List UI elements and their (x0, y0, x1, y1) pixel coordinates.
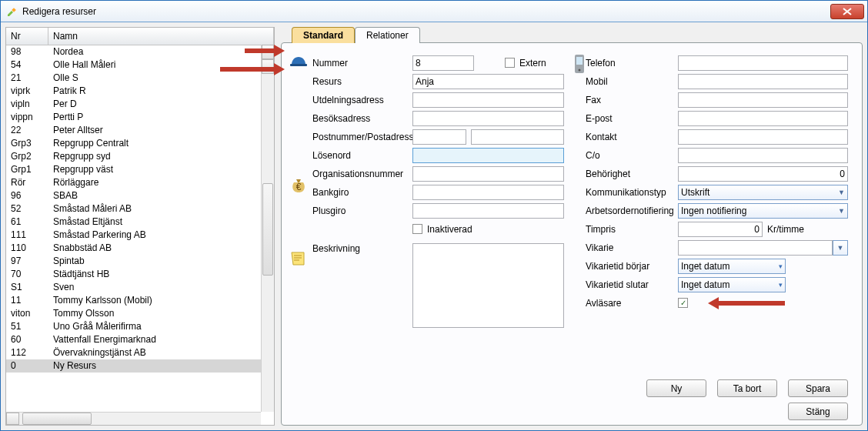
resource-list: Nr Namn 98Nordea54Olle Hall Måleri21Olle… (5, 27, 275, 426)
chevron-down-icon: ▼ (838, 189, 845, 196)
label-timpris-unit: Kr/timme (767, 224, 804, 235)
table-row[interactable]: 98Nordea (6, 45, 274, 58)
tab-content: € Nummer Extern Resurs (281, 42, 863, 426)
table-row[interactable]: 110Snabbstäd AB (6, 242, 274, 255)
table-row[interactable]: 70Städtjänst HB (6, 268, 274, 281)
vertical-scrollbar[interactable] (261, 45, 274, 412)
avlasare-checkbox[interactable] (678, 298, 688, 308)
table-row[interactable]: S1Sven (6, 281, 274, 294)
plusgiro-input[interactable] (412, 203, 564, 219)
label-losenord: Lösenord (312, 150, 412, 161)
horizontal-scrollbar[interactable] (6, 412, 261, 425)
label-avlasare: Avläsare (586, 298, 678, 309)
label-inaktiverad: Inaktiverad (427, 224, 472, 235)
table-row[interactable]: 0Ny Resurs (6, 359, 274, 373)
table-row[interactable]: 22Peter Alltser (6, 124, 274, 137)
stang-button[interactable]: Stäng (788, 403, 848, 420)
table-row[interactable]: 51Uno Gråå Målerifirma (6, 320, 274, 333)
table-row[interactable]: Grp3Repgrupp Centralt (6, 137, 274, 150)
fax-input[interactable] (678, 92, 848, 108)
tab-relationer[interactable]: Relationer (355, 27, 420, 43)
table-row[interactable]: 11Tommy Karlsson (Mobil) (6, 294, 274, 307)
spara-button[interactable]: Spara (788, 379, 848, 397)
table-row[interactable]: vitonTommy Olsson (6, 307, 274, 320)
tab-standard[interactable]: Standard (292, 27, 355, 43)
svg-rect-1 (290, 64, 307, 66)
kontakt-input[interactable] (678, 129, 848, 145)
table-row[interactable]: 112Övervakningstjänst AB (6, 346, 274, 359)
label-besoksadress: Besöksadress (312, 113, 412, 124)
label-bankgiro: Bankgiro (312, 187, 412, 198)
chevron-down-icon: ▼ (837, 244, 844, 252)
label-nummer: Nummer (312, 58, 412, 68)
co-input[interactable] (678, 148, 848, 163)
extern-checkbox[interactable] (505, 58, 515, 68)
svg-point-5 (579, 69, 581, 72)
annotation-arrow (220, 63, 285, 75)
header-nr[interactable]: Nr (6, 28, 48, 45)
table-row[interactable]: 61Småstad Eltjänst (6, 216, 274, 229)
beskrivning-input[interactable] (412, 243, 564, 328)
inaktiverad-checkbox[interactable] (412, 224, 422, 234)
label-mobil: Mobil (586, 76, 678, 87)
resource-list-panel: Nr Namn 98Nordea54Olle Hall Måleri21Olle… (5, 27, 275, 426)
ny-button[interactable]: Ny (646, 379, 706, 397)
mobil-input[interactable] (678, 74, 848, 89)
resurs-input[interactable] (412, 74, 564, 89)
table-row[interactable]: Grp1Repgrupp väst (6, 163, 274, 176)
table-row[interactable]: Grp2Repgrupp syd (6, 150, 274, 163)
table-row[interactable]: 97Spintab (6, 255, 274, 268)
table-row[interactable]: 96SBAB (6, 189, 274, 202)
table-row[interactable]: vippnPertti P (6, 111, 274, 124)
svg-rect-4 (576, 57, 583, 65)
label-plusgiro: Plusgiro (312, 205, 412, 216)
behorighet-input[interactable] (678, 166, 848, 182)
close-button[interactable] (830, 4, 864, 19)
table-row[interactable]: 60Vattenfall Energimarknad (6, 333, 274, 346)
label-aon: Arbetsordernotifiering (586, 205, 678, 216)
besoksadress-input[interactable] (412, 111, 564, 126)
notepad-icon (288, 250, 309, 269)
epost-input[interactable] (678, 111, 848, 126)
orgnr-input[interactable] (412, 166, 564, 182)
phone-icon (569, 54, 590, 76)
header-name[interactable]: Namn (48, 28, 274, 45)
helmet-icon (288, 54, 309, 72)
telefon-input[interactable] (678, 55, 848, 71)
svg-text:€: € (296, 182, 302, 192)
label-vikarie: Vikarie (586, 242, 678, 253)
label-kontakt: Kontakt (586, 132, 678, 142)
vikarie-dropdown[interactable]: ▼ (833, 240, 848, 256)
vikarietid-borjar-dropdown[interactable]: Inget datum▾ (678, 259, 786, 274)
postadress-input[interactable] (471, 129, 564, 145)
losenord-input[interactable] (412, 148, 564, 163)
action-buttons: Ny Ta bort Spara (646, 379, 848, 397)
label-fax: Fax (586, 95, 678, 105)
tabstrip: Standard Relationer (281, 27, 863, 43)
moneybag-icon: € (288, 177, 309, 198)
label-vikarietid-borjar: Vikarietid börjar (586, 261, 678, 272)
table-row[interactable]: viprkPatrik R (6, 85, 274, 98)
aon-dropdown[interactable]: Ingen notifiering▼ (678, 203, 848, 219)
bankgiro-input[interactable] (412, 185, 564, 200)
list-header: Nr Namn (6, 28, 274, 45)
utdelningsadress-input[interactable] (412, 92, 564, 108)
vikarietid-slutar-dropdown[interactable]: Inget datum▾ (678, 277, 786, 292)
table-row[interactable]: viplnPer D (6, 98, 274, 111)
timpris-input[interactable] (678, 222, 763, 237)
postnummer-input[interactable] (412, 129, 466, 145)
scroll-thumb[interactable] (262, 183, 273, 276)
chevron-down-icon: ▾ (779, 281, 783, 289)
table-row[interactable]: 52Småstad Måleri AB (6, 202, 274, 216)
table-row[interactable]: 111Småstad Parkering AB (6, 229, 274, 242)
nummer-input[interactable] (412, 55, 474, 71)
vikarie-input[interactable] (678, 240, 833, 256)
label-beskrivning: Beskrivning (312, 243, 412, 254)
kommtyp-dropdown[interactable]: Utskrift▼ (678, 185, 848, 200)
label-epost: E-post (586, 113, 678, 124)
annotation-arrow (245, 45, 285, 57)
table-row[interactable]: RörRörläggare (6, 176, 274, 189)
window-title: Redigera resurser (22, 6, 830, 17)
label-kommtyp: Kommunikationstyp (586, 187, 678, 198)
tabort-button[interactable]: Ta bort (717, 379, 777, 397)
